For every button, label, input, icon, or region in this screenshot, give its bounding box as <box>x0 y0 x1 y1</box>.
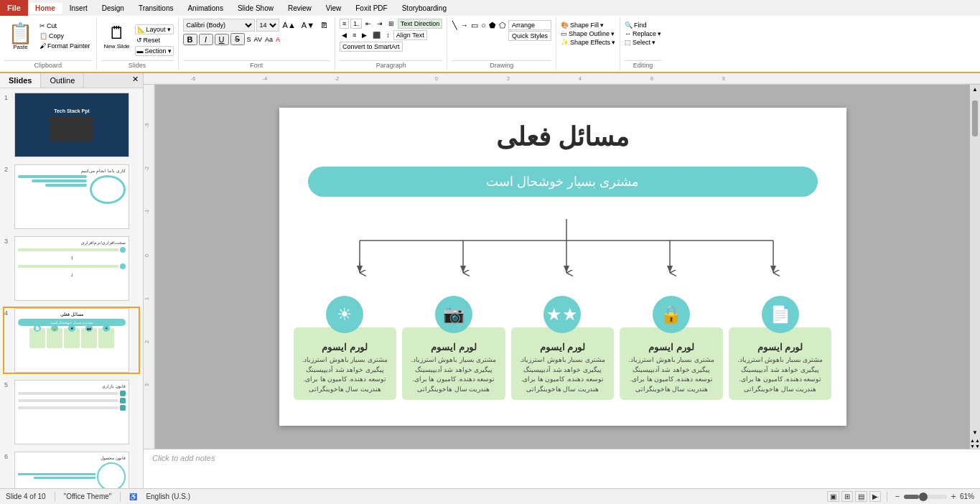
paragraph-group: ≡ 1. ⇤ ⇥ ⊞ Text Direction ◀ ≡ ▶ ⬛ ↕ Alig… <box>335 17 447 70</box>
zoom-slider[interactable] <box>904 495 947 499</box>
paragraph-group-label: Paragraph <box>340 60 442 69</box>
bullets-button[interactable]: ≡ <box>340 19 349 29</box>
font-family-select[interactable]: Calibri (Body) <box>183 19 255 32</box>
scroll-thumb[interactable] <box>972 101 978 136</box>
slide-panel-tabs: Slides Outline ✕ <box>0 73 143 88</box>
ribbon-content: 📋 Paste ✂ Cut 📋 Copy 🖌 Format Painter Cl… <box>0 16 980 72</box>
tab-insert[interactable]: Insert <box>62 3 95 14</box>
shape-rect[interactable]: ▭ <box>470 20 479 41</box>
tab-transitions[interactable]: Transitions <box>131 3 181 14</box>
strikethrough-button[interactable]: S̶ <box>230 33 245 45</box>
text-shadow-button[interactable]: S <box>246 35 252 44</box>
shape-line[interactable]: ╲ <box>452 20 458 41</box>
find-button[interactable]: 🔍 Find <box>625 22 661 29</box>
arrange-button[interactable]: Arrange Quick Styles <box>508 20 551 41</box>
slide-banner[interactable]: مشتری بسیار خوشحال است <box>308 167 818 197</box>
slide-item-1[interactable]: 1 Tech Stack Ppt <box>3 91 140 159</box>
app: File Home Insert Design Transitions Anim… <box>0 0 980 504</box>
align-right-button[interactable]: ▶ <box>360 31 369 39</box>
align-center-button[interactable]: ≡ <box>350 31 358 39</box>
increase-font-button[interactable]: A▲ <box>281 20 298 30</box>
layout-button[interactable]: 📐 Layout ▾ <box>135 24 174 34</box>
columns-button[interactable]: ⊞ <box>386 19 396 28</box>
cut-button[interactable]: ✂ Cut <box>38 22 92 30</box>
select-button[interactable]: ⬚ Select ▾ <box>625 39 661 46</box>
change-case-button[interactable]: Aa <box>264 35 274 44</box>
align-left-button[interactable]: ◀ <box>340 31 349 39</box>
slides-group-label: Slides <box>101 60 174 69</box>
outline-tab[interactable]: Outline <box>41 73 84 88</box>
line-spacing-button[interactable]: ↕ <box>384 31 392 39</box>
slide-item-2[interactable]: 2 کاری با ما انجام می‌کنیم <box>3 163 140 230</box>
char-spacing-button[interactable]: AV <box>253 35 263 44</box>
normal-view-button[interactable]: ▣ <box>827 491 839 502</box>
zoom-in-button[interactable]: ＋ <box>949 490 958 503</box>
svg-text:-4: -4 <box>263 76 267 81</box>
underline-button[interactable]: U <box>215 34 229 45</box>
shape-more[interactable]: ⬟ <box>488 20 497 41</box>
quick-styles-label[interactable]: Quick Styles <box>508 31 551 41</box>
text-direction-button[interactable]: Text Direction <box>398 19 443 29</box>
shape-pentagon[interactable]: ⬠ <box>498 20 507 41</box>
card-icon-2: 📷 <box>435 296 472 333</box>
arrange-label: Arrange <box>508 20 551 30</box>
section-button[interactable]: ▬ Section ▾ <box>135 46 174 56</box>
shape-oval[interactable]: ○ <box>480 20 487 41</box>
font-color-button[interactable]: A <box>275 35 281 44</box>
copy-button[interactable]: 📋 Copy <box>38 32 92 40</box>
scroll-top-button[interactable]: ▲▲ <box>970 438 980 443</box>
status-sep3 <box>887 492 887 502</box>
zoom-out-button[interactable]: － <box>893 490 902 503</box>
bold-button[interactable]: B <box>183 34 197 45</box>
reading-view-button[interactable]: ▤ <box>855 491 867 502</box>
font-size-select[interactable]: 14 <box>256 19 279 32</box>
slide-num-3: 3 <box>4 238 11 245</box>
new-slide-button[interactable]: 🗒 New Slide <box>101 22 133 51</box>
justify-button[interactable]: ⬛ <box>370 31 383 39</box>
card-text-4: مشتری بسیار باهوش استرزیاد. پیگیری خواهد… <box>624 355 719 394</box>
tab-storyboarding[interactable]: Storyboarding <box>395 3 454 14</box>
align-text-button[interactable]: Align Text <box>393 30 427 40</box>
slide-item-6[interactable]: 6 قانون محصول <box>3 450 140 488</box>
increase-indent-button[interactable]: ⇥ <box>375 19 385 28</box>
slideshow-button[interactable]: ▶ <box>869 491 881 502</box>
decrease-indent-button[interactable]: ⇤ <box>363 19 373 28</box>
notes-area[interactable]: Click to add notes <box>144 449 980 488</box>
decrease-font-button[interactable]: A▼ <box>299 20 317 30</box>
slide-item-4[interactable]: 4 مسائل فعلی مشتری بسیار خوشحال است ☀ <box>3 307 140 374</box>
shape-fill-button[interactable]: 🎨 Shape Fill ▾ <box>561 22 615 29</box>
clear-format-button[interactable]: 🖹 <box>318 20 330 30</box>
format-painter-button[interactable]: 🖌 Format Painter <box>38 42 92 50</box>
panel-close-button[interactable]: ✕ <box>128 73 143 88</box>
tab-review[interactable]: Review <box>281 3 319 14</box>
shape-outline-button[interactable]: ▭ Shape Outline ▾ <box>561 30 615 37</box>
slide-canvas-wrapper[interactable]: مسائل فعلی مشتری بسیار خوشحال است <box>155 85 970 449</box>
tab-design[interactable]: Design <box>95 3 131 14</box>
zoom-controls: － ＋ 61% <box>893 490 974 503</box>
numbering-button[interactable]: 1. <box>350 19 362 29</box>
reset-button[interactable]: ↺ Reset <box>135 36 174 45</box>
tab-animations[interactable]: Animations <box>180 3 230 14</box>
slide-sorter-button[interactable]: ⊞ <box>841 491 853 502</box>
slide-canvas[interactable]: مسائل فعلی مشتری بسیار خوشحال است <box>279 108 846 426</box>
card-text-1: مشتری بسیار باهوش استرزیاد. پیگیری خواهد… <box>298 355 393 394</box>
tab-view[interactable]: View <box>319 3 349 14</box>
scroll-bottom-button[interactable]: ▼▼ <box>970 444 980 449</box>
scrollbar-vertical[interactable]: ▲ ▼ ▲▲ ▼▼ <box>970 85 980 449</box>
shape-effects-button[interactable]: ✨ Shape Effects ▾ <box>561 39 615 46</box>
italic-button[interactable]: I <box>199 34 213 45</box>
replace-button[interactable]: ↔ Replace ▾ <box>625 30 661 37</box>
convert-smartart-button[interactable]: Convert to SmartArt <box>340 42 403 52</box>
scroll-down-button[interactable]: ▼ <box>971 429 979 437</box>
tab-home[interactable]: Home <box>28 3 62 14</box>
paste-button[interactable]: 📋 Paste <box>4 22 37 52</box>
slide-item-3[interactable]: 3 سخت‌افزاری/نرم‌افزاری ↑ <box>3 235 140 302</box>
shape-arrow[interactable]: → <box>459 20 469 41</box>
tab-slideshow[interactable]: Slide Show <box>230 3 281 14</box>
slide-item-5[interactable]: 5 قانون بازاری <box>3 378 140 446</box>
slides-tab[interactable]: Slides <box>0 73 41 88</box>
scroll-up-button[interactable]: ▲ <box>971 85 979 93</box>
file-menu-button[interactable]: File <box>0 1 28 14</box>
tab-foxitpdf[interactable]: Foxit PDF <box>348 3 394 14</box>
zoom-thumb[interactable] <box>919 493 928 501</box>
